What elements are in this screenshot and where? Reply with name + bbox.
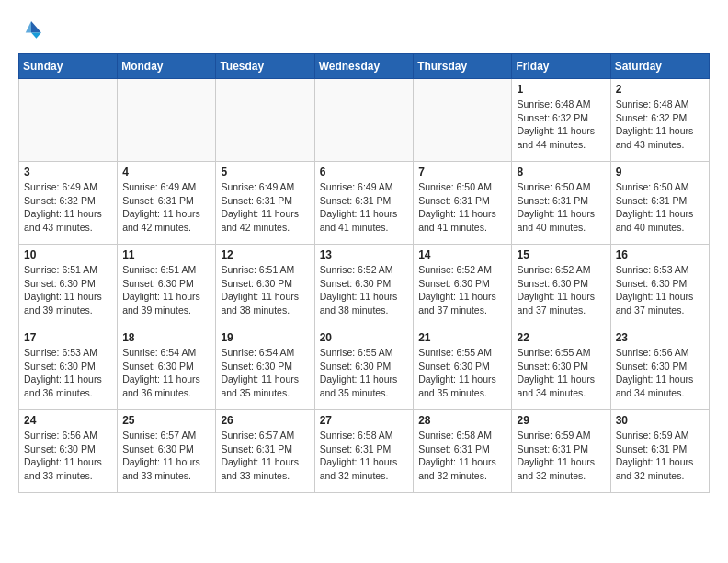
svg-marker-1 xyxy=(31,33,41,39)
day-info: Sunrise: 6:54 AMSunset: 6:30 PMDaylight:… xyxy=(221,346,309,400)
day-number: 4 xyxy=(122,166,210,178)
calendar-week-row: 10Sunrise: 6:51 AMSunset: 6:30 PMDayligh… xyxy=(19,245,710,327)
day-number: 5 xyxy=(221,166,309,178)
day-info: Sunrise: 6:49 AMSunset: 6:32 PMDaylight:… xyxy=(24,180,112,235)
calendar-day-cell: 22Sunrise: 6:55 AMSunset: 6:30 PMDayligh… xyxy=(512,327,610,410)
calendar-day-cell: 2Sunrise: 6:48 AMSunset: 6:32 PMDaylight… xyxy=(610,79,709,162)
day-number: 8 xyxy=(517,166,605,178)
day-info: Sunrise: 6:52 AMSunset: 6:30 PMDaylight:… xyxy=(320,263,409,317)
day-info: Sunrise: 6:51 AMSunset: 6:30 PMDaylight:… xyxy=(221,263,309,317)
svg-marker-0 xyxy=(31,21,41,32)
day-number: 27 xyxy=(320,414,409,427)
day-info: Sunrise: 6:53 AMSunset: 6:30 PMDaylight:… xyxy=(616,263,704,317)
calendar-day-cell: 10Sunrise: 6:51 AMSunset: 6:30 PMDayligh… xyxy=(19,245,118,327)
day-info: Sunrise: 6:52 AMSunset: 6:30 PMDaylight:… xyxy=(418,263,506,317)
day-number: 11 xyxy=(122,248,210,261)
day-number: 13 xyxy=(320,248,409,261)
calendar-day-cell: 11Sunrise: 6:51 AMSunset: 6:30 PMDayligh… xyxy=(118,245,216,327)
calendar-day-cell: 7Sunrise: 6:50 AMSunset: 6:31 PMDaylight… xyxy=(414,162,512,245)
day-of-week-header: Saturday xyxy=(610,54,709,79)
day-info: Sunrise: 6:50 AMSunset: 6:31 PMDaylight:… xyxy=(418,180,506,235)
day-info: Sunrise: 6:51 AMSunset: 6:30 PMDaylight:… xyxy=(122,263,210,317)
calendar-week-row: 1Sunrise: 6:48 AMSunset: 6:32 PMDaylight… xyxy=(19,79,710,162)
calendar-day-cell: 26Sunrise: 6:57 AMSunset: 6:31 PMDayligh… xyxy=(216,410,314,493)
calendar-day-cell: 14Sunrise: 6:52 AMSunset: 6:30 PMDayligh… xyxy=(414,245,512,327)
day-info: Sunrise: 6:57 AMSunset: 6:31 PMDaylight:… xyxy=(221,429,309,483)
calendar-week-row: 24Sunrise: 6:56 AMSunset: 6:30 PMDayligh… xyxy=(19,410,710,493)
calendar-day-cell xyxy=(19,79,118,162)
calendar-week-row: 3Sunrise: 6:49 AMSunset: 6:32 PMDaylight… xyxy=(19,162,710,245)
calendar-day-cell: 12Sunrise: 6:51 AMSunset: 6:30 PMDayligh… xyxy=(216,245,314,327)
day-number: 17 xyxy=(24,331,112,344)
day-info: Sunrise: 6:58 AMSunset: 6:31 PMDaylight:… xyxy=(320,429,409,483)
calendar-day-cell: 27Sunrise: 6:58 AMSunset: 6:31 PMDayligh… xyxy=(314,410,414,493)
calendar-day-cell: 21Sunrise: 6:55 AMSunset: 6:30 PMDayligh… xyxy=(414,327,512,410)
day-of-week-header: Thursday xyxy=(414,54,512,79)
day-number: 20 xyxy=(320,331,409,344)
day-info: Sunrise: 6:48 AMSunset: 6:32 PMDaylight:… xyxy=(517,98,605,152)
day-number: 18 xyxy=(122,331,210,344)
day-number: 26 xyxy=(221,414,309,427)
day-number: 30 xyxy=(616,414,704,427)
day-of-week-header: Wednesday xyxy=(314,54,414,79)
calendar-day-cell: 19Sunrise: 6:54 AMSunset: 6:30 PMDayligh… xyxy=(216,327,314,410)
calendar-day-cell: 15Sunrise: 6:52 AMSunset: 6:30 PMDayligh… xyxy=(512,245,610,327)
day-info: Sunrise: 6:53 AMSunset: 6:30 PMDaylight:… xyxy=(24,346,112,400)
day-info: Sunrise: 6:49 AMSunset: 6:31 PMDaylight:… xyxy=(122,180,210,235)
day-number: 14 xyxy=(418,248,506,261)
day-of-week-header: Tuesday xyxy=(216,54,314,79)
day-number: 6 xyxy=(320,166,409,178)
day-info: Sunrise: 6:56 AMSunset: 6:30 PMDaylight:… xyxy=(616,346,704,400)
calendar-day-cell: 24Sunrise: 6:56 AMSunset: 6:30 PMDayligh… xyxy=(19,410,118,493)
day-info: Sunrise: 6:50 AMSunset: 6:31 PMDaylight:… xyxy=(517,180,605,235)
calendar-table: SundayMondayTuesdayWednesdayThursdayFrid… xyxy=(18,53,710,493)
calendar-header-row: SundayMondayTuesdayWednesdayThursdayFrid… xyxy=(19,54,710,79)
day-number: 9 xyxy=(616,166,704,178)
day-info: Sunrise: 6:48 AMSunset: 6:32 PMDaylight:… xyxy=(616,98,704,152)
day-number: 7 xyxy=(418,166,506,178)
calendar-day-cell: 17Sunrise: 6:53 AMSunset: 6:30 PMDayligh… xyxy=(19,327,118,410)
day-number: 2 xyxy=(616,83,704,96)
day-info: Sunrise: 6:52 AMSunset: 6:30 PMDaylight:… xyxy=(517,263,605,317)
day-number: 25 xyxy=(122,414,210,427)
day-info: Sunrise: 6:51 AMSunset: 6:30 PMDaylight:… xyxy=(24,263,112,317)
calendar-day-cell: 25Sunrise: 6:57 AMSunset: 6:30 PMDayligh… xyxy=(118,410,216,493)
day-number: 24 xyxy=(24,414,112,427)
day-number: 21 xyxy=(418,331,506,344)
day-number: 22 xyxy=(517,331,605,344)
calendar-day-cell: 18Sunrise: 6:54 AMSunset: 6:30 PMDayligh… xyxy=(118,327,216,410)
day-info: Sunrise: 6:55 AMSunset: 6:30 PMDaylight:… xyxy=(517,346,605,400)
day-number: 3 xyxy=(24,166,112,178)
day-info: Sunrise: 6:58 AMSunset: 6:31 PMDaylight:… xyxy=(418,429,506,483)
calendar-day-cell: 4Sunrise: 6:49 AMSunset: 6:31 PMDaylight… xyxy=(118,162,216,245)
calendar-day-cell: 9Sunrise: 6:50 AMSunset: 6:31 PMDaylight… xyxy=(610,162,709,245)
day-info: Sunrise: 6:55 AMSunset: 6:30 PMDaylight:… xyxy=(418,346,506,400)
calendar-day-cell: 20Sunrise: 6:55 AMSunset: 6:30 PMDayligh… xyxy=(314,327,414,410)
calendar-day-cell: 28Sunrise: 6:58 AMSunset: 6:31 PMDayligh… xyxy=(414,410,512,493)
calendar-day-cell: 13Sunrise: 6:52 AMSunset: 6:30 PMDayligh… xyxy=(314,245,414,327)
calendar-day-cell: 23Sunrise: 6:56 AMSunset: 6:30 PMDayligh… xyxy=(610,327,709,410)
day-number: 29 xyxy=(517,414,605,427)
day-info: Sunrise: 6:57 AMSunset: 6:30 PMDaylight:… xyxy=(122,429,210,483)
calendar-day-cell: 1Sunrise: 6:48 AMSunset: 6:32 PMDaylight… xyxy=(512,79,610,162)
day-info: Sunrise: 6:56 AMSunset: 6:30 PMDaylight:… xyxy=(24,429,112,483)
day-of-week-header: Friday xyxy=(512,54,610,79)
calendar-day-cell: 6Sunrise: 6:49 AMSunset: 6:31 PMDaylight… xyxy=(314,162,414,245)
calendar-day-cell: 16Sunrise: 6:53 AMSunset: 6:30 PMDayligh… xyxy=(610,245,709,327)
day-info: Sunrise: 6:55 AMSunset: 6:30 PMDaylight:… xyxy=(320,346,409,400)
day-info: Sunrise: 6:59 AMSunset: 6:31 PMDaylight:… xyxy=(517,429,605,483)
calendar-day-cell: 29Sunrise: 6:59 AMSunset: 6:31 PMDayligh… xyxy=(512,410,610,493)
calendar-day-cell xyxy=(314,79,414,162)
calendar-day-cell: 3Sunrise: 6:49 AMSunset: 6:32 PMDaylight… xyxy=(19,162,118,245)
calendar-day-cell xyxy=(414,79,512,162)
day-info: Sunrise: 6:54 AMSunset: 6:30 PMDaylight:… xyxy=(122,346,210,400)
calendar-day-cell: 30Sunrise: 6:59 AMSunset: 6:31 PMDayligh… xyxy=(610,410,709,493)
day-number: 16 xyxy=(616,248,704,261)
day-of-week-header: Monday xyxy=(118,54,216,79)
day-number: 28 xyxy=(418,414,506,427)
day-of-week-header: Sunday xyxy=(19,54,118,79)
logo xyxy=(18,18,48,44)
day-info: Sunrise: 6:49 AMSunset: 6:31 PMDaylight:… xyxy=(320,180,409,235)
day-number: 10 xyxy=(24,248,112,261)
svg-marker-2 xyxy=(26,21,31,32)
